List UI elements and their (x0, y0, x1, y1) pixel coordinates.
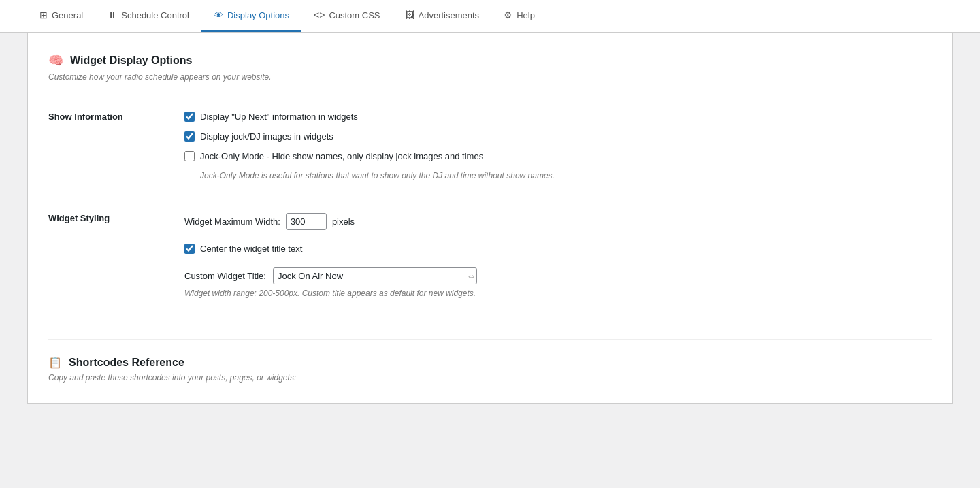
widget-styling-row: Widget Styling Widget Maximum Width: pix… (48, 199, 932, 312)
center-title-row: Center the widget title text (184, 244, 932, 254)
tab-css-label: Custom CSS (329, 10, 380, 20)
show-information-row: Show Information Display "Up Next" infor… (48, 98, 932, 199)
checkbox-upnext-row: Display "Up Next" information in widgets (184, 112, 932, 122)
page-wrapper: ⊞ General ⏸ Schedule Control 👁 Display O… (0, 0, 980, 488)
checkbox-center-title[interactable] (184, 244, 195, 254)
checkbox-jockonly[interactable] (184, 151, 195, 161)
tab-help-label: Help (517, 10, 535, 20)
custom-title-label: Custom Widget Title: (184, 271, 266, 281)
shortcodes-section: 📋 Shortcodes Reference Copy and paste th… (48, 339, 932, 383)
tab-ads-label: Advertisements (419, 10, 480, 20)
shortcodes-icon: 📋 (48, 356, 62, 369)
checkbox-djimages[interactable] (184, 131, 195, 142)
widget-styling-controls: Widget Maximum Width: pixels Center the … (184, 199, 932, 312)
custom-title-hint: Widget width range: 200-500px. Custom ti… (184, 289, 932, 298)
checkbox-jockonly-label[interactable]: Jock-Only Mode - Hide show names, only d… (200, 151, 483, 161)
schedule-icon: ⏸ (108, 10, 117, 20)
help-icon: ⚙ (504, 10, 512, 20)
checkbox-djimages-label[interactable]: Display jock/DJ images in widgets (200, 131, 333, 142)
custom-title-input-wrapper: ⇔ (273, 267, 477, 284)
ads-icon: 🖼 (405, 10, 414, 20)
shortcodes-title-text: Shortcodes Reference (69, 357, 184, 369)
checkbox-jockonly-row: Jock-Only Mode - Hide show names, only d… (184, 151, 932, 161)
max-width-input[interactable] (286, 213, 327, 230)
tab-schedule-control[interactable]: ⏸ Schedule Control (95, 0, 201, 32)
widget-title-icon: 🧠 (48, 53, 63, 68)
custom-title-input-row: Custom Widget Title: ⇔ (184, 267, 932, 284)
widget-section-subtitle: Customize how your radio schedule appear… (48, 72, 932, 82)
jock-only-hint: Jock-Only Mode is useful for stations th… (200, 171, 932, 180)
section-title-widget: 🧠 Widget Display Options (48, 53, 932, 68)
checkbox-upnext[interactable] (184, 112, 195, 122)
jock-only-group: Jock-Only Mode - Hide show names, only d… (184, 151, 932, 180)
tab-advertisements[interactable]: 🖼 Advertisements (393, 0, 492, 32)
content-area: 🧠 Widget Display Options Customize how y… (27, 33, 953, 404)
shortcodes-title: 📋 Shortcodes Reference (48, 356, 932, 369)
tab-general-label: General (52, 10, 83, 20)
widget-section-title-text: Widget Display Options (70, 54, 192, 67)
css-icon: <> (314, 10, 325, 20)
shortcodes-subtitle: Copy and paste these shortcodes into you… (48, 373, 932, 383)
checkbox-djimages-row: Display jock/DJ images in widgets (184, 131, 932, 142)
tab-general[interactable]: ⊞ General (27, 0, 95, 32)
max-width-unit: pixels (332, 216, 355, 227)
form-table: Show Information Display "Up Next" infor… (48, 98, 932, 312)
general-icon: ⊞ (39, 10, 48, 20)
tab-display-options[interactable]: 👁 Display Options (201, 0, 301, 32)
checkbox-upnext-label[interactable]: Display "Up Next" information in widgets (200, 112, 358, 122)
custom-title-input[interactable] (273, 267, 477, 284)
show-information-label: Show Information (48, 112, 123, 122)
tab-help[interactable]: ⚙ Help (491, 0, 547, 32)
tab-schedule-label: Schedule Control (121, 10, 189, 20)
tab-bar: ⊞ General ⏸ Schedule Control 👁 Display O… (0, 0, 980, 33)
show-information-controls: Display "Up Next" information in widgets… (184, 98, 932, 199)
max-width-label: Widget Maximum Width: (184, 216, 280, 227)
max-width-row: Widget Maximum Width: pixels (184, 213, 932, 230)
checkbox-center-title-label[interactable]: Center the widget title text (200, 244, 302, 254)
display-icon: 👁 (214, 10, 223, 20)
widget-display-options-section: 🧠 Widget Display Options Customize how y… (48, 53, 932, 312)
tab-display-label: Display Options (227, 10, 289, 20)
tab-custom-css[interactable]: <> Custom CSS (301, 0, 393, 32)
widget-styling-label: Widget Styling (48, 213, 110, 223)
